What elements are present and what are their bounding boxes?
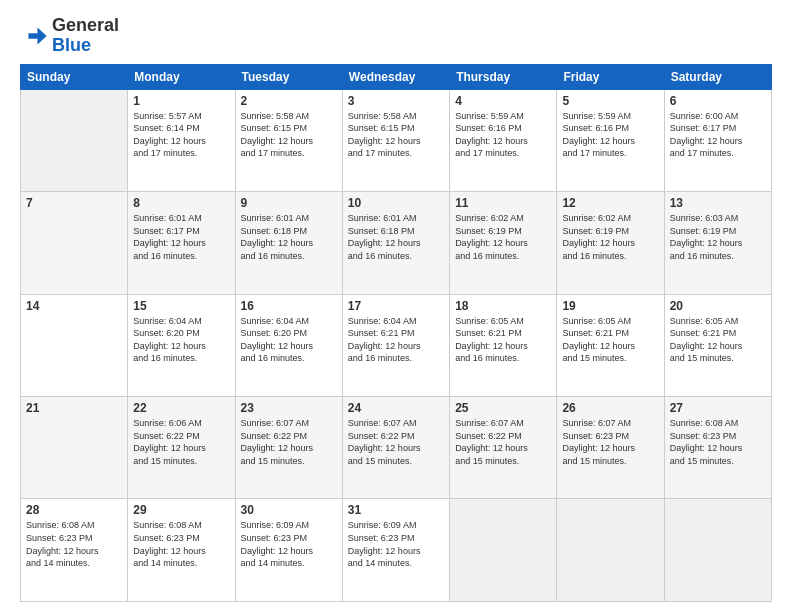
- day-info: Sunrise: 6:08 AM Sunset: 6:23 PM Dayligh…: [670, 417, 766, 467]
- day-info: Sunrise: 5:58 AM Sunset: 6:15 PM Dayligh…: [348, 110, 444, 160]
- week-row-5: 28Sunrise: 6:08 AM Sunset: 6:23 PM Dayli…: [21, 499, 772, 602]
- table-row: 27Sunrise: 6:08 AM Sunset: 6:23 PM Dayli…: [664, 397, 771, 499]
- day-number: 22: [133, 401, 229, 415]
- table-row: 13Sunrise: 6:03 AM Sunset: 6:19 PM Dayli…: [664, 192, 771, 294]
- table-row: 10Sunrise: 6:01 AM Sunset: 6:18 PM Dayli…: [342, 192, 449, 294]
- day-number: 17: [348, 299, 444, 313]
- table-row: 26Sunrise: 6:07 AM Sunset: 6:23 PM Dayli…: [557, 397, 664, 499]
- logo-text: GeneralBlue: [52, 16, 119, 56]
- day-info: Sunrise: 6:09 AM Sunset: 6:23 PM Dayligh…: [241, 519, 337, 569]
- day-number: 3: [348, 94, 444, 108]
- day-info: Sunrise: 6:08 AM Sunset: 6:23 PM Dayligh…: [26, 519, 122, 569]
- table-row: 5Sunrise: 5:59 AM Sunset: 6:16 PM Daylig…: [557, 89, 664, 191]
- day-number: 6: [670, 94, 766, 108]
- table-row: 6Sunrise: 6:00 AM Sunset: 6:17 PM Daylig…: [664, 89, 771, 191]
- table-row: 29Sunrise: 6:08 AM Sunset: 6:23 PM Dayli…: [128, 499, 235, 602]
- day-number: 20: [670, 299, 766, 313]
- day-number: 15: [133, 299, 229, 313]
- table-row: 9Sunrise: 6:01 AM Sunset: 6:18 PM Daylig…: [235, 192, 342, 294]
- table-row: 24Sunrise: 6:07 AM Sunset: 6:22 PM Dayli…: [342, 397, 449, 499]
- day-number: 30: [241, 503, 337, 517]
- table-row: 2Sunrise: 5:58 AM Sunset: 6:15 PM Daylig…: [235, 89, 342, 191]
- day-number: 27: [670, 401, 766, 415]
- day-info: Sunrise: 6:00 AM Sunset: 6:17 PM Dayligh…: [670, 110, 766, 160]
- day-info: Sunrise: 6:01 AM Sunset: 6:18 PM Dayligh…: [241, 212, 337, 262]
- table-row: [557, 499, 664, 602]
- day-info: Sunrise: 6:03 AM Sunset: 6:19 PM Dayligh…: [670, 212, 766, 262]
- day-number: 29: [133, 503, 229, 517]
- table-row: 1Sunrise: 5:57 AM Sunset: 6:14 PM Daylig…: [128, 89, 235, 191]
- col-thursday: Thursday: [450, 64, 557, 89]
- day-info: Sunrise: 5:58 AM Sunset: 6:15 PM Dayligh…: [241, 110, 337, 160]
- day-number: 5: [562, 94, 658, 108]
- week-row-1: 1Sunrise: 5:57 AM Sunset: 6:14 PM Daylig…: [21, 89, 772, 191]
- day-info: Sunrise: 6:02 AM Sunset: 6:19 PM Dayligh…: [562, 212, 658, 262]
- table-row: 15Sunrise: 6:04 AM Sunset: 6:20 PM Dayli…: [128, 294, 235, 396]
- col-monday: Monday: [128, 64, 235, 89]
- calendar-table: Sunday Monday Tuesday Wednesday Thursday…: [20, 64, 772, 602]
- day-number: 23: [241, 401, 337, 415]
- col-tuesday: Tuesday: [235, 64, 342, 89]
- table-row: 23Sunrise: 6:07 AM Sunset: 6:22 PM Dayli…: [235, 397, 342, 499]
- day-number: 9: [241, 196, 337, 210]
- col-friday: Friday: [557, 64, 664, 89]
- week-row-2: 78Sunrise: 6:01 AM Sunset: 6:17 PM Dayli…: [21, 192, 772, 294]
- table-row: 30Sunrise: 6:09 AM Sunset: 6:23 PM Dayli…: [235, 499, 342, 602]
- table-row: 21: [21, 397, 128, 499]
- day-number: 28: [26, 503, 122, 517]
- logo: GeneralBlue: [20, 16, 119, 56]
- table-row: 16Sunrise: 6:04 AM Sunset: 6:20 PM Dayli…: [235, 294, 342, 396]
- day-number: 8: [133, 196, 229, 210]
- day-number: 19: [562, 299, 658, 313]
- table-row: 7: [21, 192, 128, 294]
- calendar-header-row: Sunday Monday Tuesday Wednesday Thursday…: [21, 64, 772, 89]
- day-info: Sunrise: 6:07 AM Sunset: 6:22 PM Dayligh…: [348, 417, 444, 467]
- day-number: 13: [670, 196, 766, 210]
- day-info: Sunrise: 6:05 AM Sunset: 6:21 PM Dayligh…: [455, 315, 551, 365]
- day-info: Sunrise: 6:07 AM Sunset: 6:22 PM Dayligh…: [241, 417, 337, 467]
- day-number: 1: [133, 94, 229, 108]
- day-info: Sunrise: 5:57 AM Sunset: 6:14 PM Dayligh…: [133, 110, 229, 160]
- day-info: Sunrise: 6:07 AM Sunset: 6:22 PM Dayligh…: [455, 417, 551, 467]
- day-info: Sunrise: 6:08 AM Sunset: 6:23 PM Dayligh…: [133, 519, 229, 569]
- week-row-3: 1415Sunrise: 6:04 AM Sunset: 6:20 PM Day…: [21, 294, 772, 396]
- table-row: 28Sunrise: 6:08 AM Sunset: 6:23 PM Dayli…: [21, 499, 128, 602]
- table-row: 17Sunrise: 6:04 AM Sunset: 6:21 PM Dayli…: [342, 294, 449, 396]
- day-info: Sunrise: 6:04 AM Sunset: 6:20 PM Dayligh…: [241, 315, 337, 365]
- table-row: [450, 499, 557, 602]
- day-info: Sunrise: 5:59 AM Sunset: 6:16 PM Dayligh…: [455, 110, 551, 160]
- day-number: 11: [455, 196, 551, 210]
- table-row: 31Sunrise: 6:09 AM Sunset: 6:23 PM Dayli…: [342, 499, 449, 602]
- day-number: 2: [241, 94, 337, 108]
- day-info: Sunrise: 6:04 AM Sunset: 6:20 PM Dayligh…: [133, 315, 229, 365]
- day-number: 16: [241, 299, 337, 313]
- table-row: 14: [21, 294, 128, 396]
- table-row: 12Sunrise: 6:02 AM Sunset: 6:19 PM Dayli…: [557, 192, 664, 294]
- day-number: 24: [348, 401, 444, 415]
- day-number: 25: [455, 401, 551, 415]
- day-info: Sunrise: 6:01 AM Sunset: 6:18 PM Dayligh…: [348, 212, 444, 262]
- day-number: 18: [455, 299, 551, 313]
- table-row: 18Sunrise: 6:05 AM Sunset: 6:21 PM Dayli…: [450, 294, 557, 396]
- table-row: 19Sunrise: 6:05 AM Sunset: 6:21 PM Dayli…: [557, 294, 664, 396]
- day-info: Sunrise: 5:59 AM Sunset: 6:16 PM Dayligh…: [562, 110, 658, 160]
- day-number: 21: [26, 401, 122, 415]
- day-info: Sunrise: 6:02 AM Sunset: 6:19 PM Dayligh…: [455, 212, 551, 262]
- table-row: 25Sunrise: 6:07 AM Sunset: 6:22 PM Dayli…: [450, 397, 557, 499]
- day-number: 10: [348, 196, 444, 210]
- day-info: Sunrise: 6:09 AM Sunset: 6:23 PM Dayligh…: [348, 519, 444, 569]
- week-row-4: 2122Sunrise: 6:06 AM Sunset: 6:22 PM Day…: [21, 397, 772, 499]
- col-saturday: Saturday: [664, 64, 771, 89]
- col-wednesday: Wednesday: [342, 64, 449, 89]
- table-row: [664, 499, 771, 602]
- day-number: 7: [26, 196, 122, 210]
- day-number: 12: [562, 196, 658, 210]
- day-number: 31: [348, 503, 444, 517]
- table-row: 8Sunrise: 6:01 AM Sunset: 6:17 PM Daylig…: [128, 192, 235, 294]
- table-row: 3Sunrise: 5:58 AM Sunset: 6:15 PM Daylig…: [342, 89, 449, 191]
- day-number: 4: [455, 94, 551, 108]
- day-info: Sunrise: 6:07 AM Sunset: 6:23 PM Dayligh…: [562, 417, 658, 467]
- logo-icon: [20, 22, 48, 50]
- table-row: 20Sunrise: 6:05 AM Sunset: 6:21 PM Dayli…: [664, 294, 771, 396]
- table-row: 11Sunrise: 6:02 AM Sunset: 6:19 PM Dayli…: [450, 192, 557, 294]
